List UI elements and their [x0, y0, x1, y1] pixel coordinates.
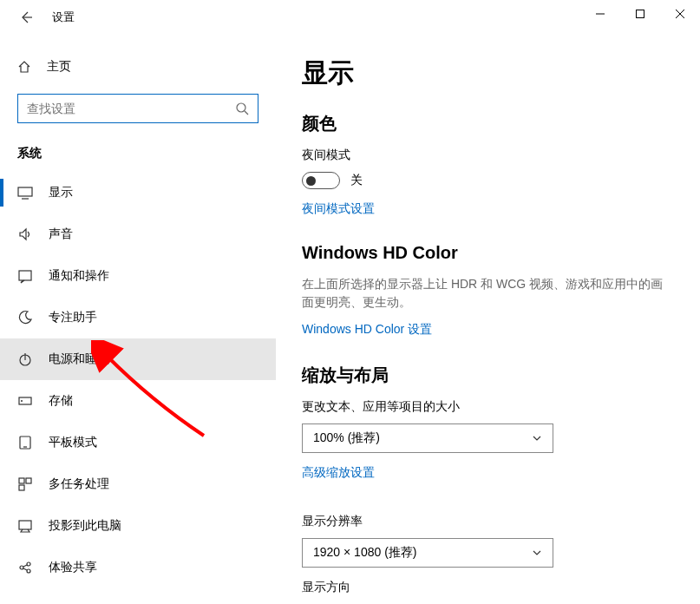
window-controls: [580, 0, 700, 28]
scale-heading: 缩放与布局: [302, 364, 674, 387]
scale-label: 更改文本、应用等项目的大小: [302, 399, 674, 415]
notification-icon: [17, 268, 33, 284]
project-icon: [17, 518, 33, 534]
window-title: 设置: [52, 10, 75, 25]
svg-line-23: [23, 565, 27, 567]
svg-rect-2: [637, 10, 644, 18]
sidebar: 主页 系统 显示 声音 通知和操作 专注助手 电源和睡眠: [0, 35, 276, 604]
night-mode-toggle-row: 关: [302, 172, 674, 189]
group-scale: 缩放与布局 更改文本、应用等项目的大小 100% (推荐) 高级缩放设置 显示分…: [302, 364, 674, 595]
chevron-down-icon: [532, 433, 542, 443]
sidebar-item-tablet[interactable]: 平板模式: [0, 422, 276, 463]
sidebar-item-label: 体验共享: [49, 560, 97, 575]
night-mode-toggle[interactable]: [302, 172, 340, 189]
tablet-icon: [17, 435, 33, 450]
minimize-button[interactable]: [580, 0, 620, 28]
orientation-label: 显示方向: [302, 580, 674, 595]
sidebar-item-label: 多任务处理: [49, 476, 109, 492]
sidebar-item-label: 电源和睡眠: [49, 351, 109, 367]
storage-icon: [17, 393, 33, 409]
svg-rect-17: [26, 478, 31, 483]
sidebar-item-label: 声音: [49, 226, 73, 242]
svg-point-13: [21, 400, 23, 402]
svg-rect-16: [19, 478, 24, 483]
sidebar-item-power[interactable]: 电源和睡眠: [0, 338, 276, 380]
sidebar-item-notifications[interactable]: 通知和操作: [0, 255, 276, 297]
svg-rect-18: [19, 485, 24, 490]
sidebar-item-projecting[interactable]: 投影到此电脑: [0, 505, 276, 547]
svg-rect-19: [19, 521, 31, 529]
hdcolor-description: 在上面所选择的显示器上让 HDR 和 WCG 视频、游戏和应用中的画面更明亮、更…: [302, 275, 674, 312]
sidebar-item-label: 专注助手: [49, 310, 97, 325]
share-icon: [17, 560, 33, 575]
resolution-value: 1920 × 1080 (推荐): [313, 545, 416, 561]
titlebar: 设置: [0, 0, 700, 35]
svg-point-20: [20, 566, 23, 569]
night-mode-state: 关: [350, 173, 363, 188]
sidebar-item-label: 平板模式: [49, 435, 97, 450]
sound-icon: [17, 226, 33, 242]
advanced-scale-link[interactable]: 高级缩放设置: [302, 465, 375, 481]
color-heading: 颜色: [302, 112, 674, 135]
resolution-label: 显示分辨率: [302, 514, 674, 529]
svg-line-24: [23, 568, 27, 570]
arrow-left-icon: [19, 10, 33, 24]
hdcolor-heading: Windows HD Color: [302, 243, 674, 263]
multitask-icon: [17, 476, 33, 492]
svg-rect-7: [18, 187, 32, 196]
home-label: 主页: [47, 59, 71, 75]
scale-select[interactable]: 100% (推荐): [302, 423, 553, 453]
svg-point-5: [237, 103, 245, 112]
sidebar-item-multitask[interactable]: 多任务处理: [0, 463, 276, 505]
search-icon: [235, 102, 249, 115]
svg-line-6: [245, 111, 248, 115]
sidebar-item-shared[interactable]: 体验共享: [0, 547, 276, 588]
sidebar-item-focus[interactable]: 专注助手: [0, 297, 276, 338]
page-title: 显示: [302, 56, 674, 91]
minimize-icon: [596, 10, 605, 18]
resolution-select[interactable]: 1920 × 1080 (推荐): [302, 538, 553, 568]
display-icon: [17, 185, 33, 200]
home-icon: [17, 60, 33, 74]
home-link[interactable]: 主页: [0, 52, 276, 82]
moon-icon: [17, 310, 33, 325]
chevron-down-icon: [532, 548, 542, 558]
maximize-icon: [636, 10, 644, 18]
sidebar-item-display[interactable]: 显示: [0, 172, 276, 213]
maximize-button[interactable]: [620, 0, 660, 28]
hdcolor-settings-link[interactable]: Windows HD Color 设置: [302, 322, 432, 338]
close-button[interactable]: [660, 0, 700, 28]
scale-value: 100% (推荐): [313, 430, 380, 446]
sidebar-item-label: 存储: [49, 393, 73, 409]
main-panel: 显示 颜色 夜间模式 关 夜间模式设置 Windows HD Color 在上面…: [276, 35, 700, 604]
sidebar-item-sound[interactable]: 声音: [0, 213, 276, 255]
svg-rect-9: [19, 271, 31, 280]
group-color: 颜色 夜间模式 关 夜间模式设置: [302, 112, 674, 217]
sidebar-item-label: 显示: [49, 185, 73, 200]
night-mode-settings-link[interactable]: 夜间模式设置: [302, 201, 375, 217]
sidebar-item-label: 通知和操作: [49, 268, 109, 284]
power-icon: [17, 351, 33, 367]
content: 主页 系统 显示 声音 通知和操作 专注助手 电源和睡眠: [0, 35, 700, 604]
night-mode-label: 夜间模式: [302, 148, 674, 163]
close-icon: [676, 10, 684, 18]
svg-point-21: [27, 562, 30, 566]
group-hdcolor: Windows HD Color 在上面所选择的显示器上让 HDR 和 WCG …: [302, 243, 674, 338]
sidebar-item-label: 投影到此电脑: [49, 518, 121, 534]
search-input[interactable]: [27, 102, 235, 115]
svg-point-22: [27, 569, 30, 573]
search-box[interactable]: [17, 94, 258, 123]
sidebar-item-storage[interactable]: 存储: [0, 380, 276, 422]
sidebar-section-label: 系统: [0, 139, 276, 172]
back-button[interactable]: [16, 7, 36, 28]
